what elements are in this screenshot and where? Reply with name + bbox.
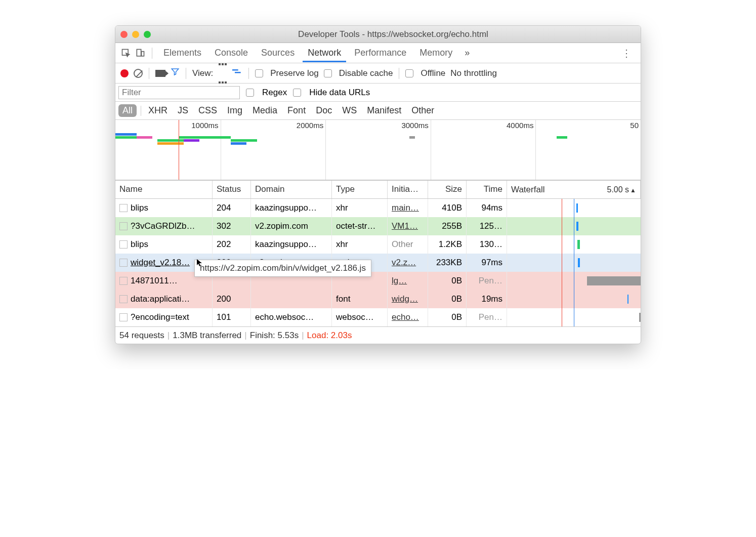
timeline-overview[interactable]: 1000ms2000ms3000ms4000ms50	[115, 120, 641, 181]
titlebar: Developer Tools - https://websocket.org/…	[115, 26, 641, 43]
table-row[interactable]: blips202kaazingsuppo…xhrOther1.2KB130…	[115, 235, 641, 254]
divider	[186, 68, 186, 79]
request-initiator[interactable]: main…	[392, 203, 419, 213]
svg-rect-1	[137, 49, 141, 56]
type-filter-manifest[interactable]: Manifest	[364, 104, 404, 117]
request-size: 0B	[428, 308, 467, 326]
filter-input[interactable]	[118, 86, 240, 99]
tab-memory[interactable]: Memory	[414, 44, 457, 62]
request-initiator[interactable]: v2.z…	[392, 258, 416, 268]
close-window-button[interactable]	[120, 31, 128, 38]
request-type: font	[332, 290, 388, 308]
request-time: 94ms	[467, 199, 507, 217]
request-domain: kaazingsuppo…	[251, 235, 332, 254]
request-domain: echo.websoc…	[251, 308, 332, 326]
divider	[399, 68, 399, 79]
tab-console[interactable]: Console	[209, 44, 253, 62]
type-filter-img[interactable]: Img	[224, 104, 245, 117]
col-header-type[interactable]: Type	[332, 181, 388, 198]
request-time: 97ms	[467, 254, 507, 272]
record-button[interactable]	[120, 69, 129, 77]
tab-network[interactable]: Network	[303, 44, 346, 62]
tab-sources[interactable]: Sources	[256, 44, 300, 62]
request-time: 130…	[467, 235, 507, 254]
screenshot-icon[interactable]	[155, 70, 165, 77]
request-name: 14871011…	[131, 276, 178, 286]
request-waterfall	[507, 308, 641, 326]
col-header-name[interactable]: Name	[115, 181, 213, 198]
type-filter-css[interactable]: CSS	[195, 104, 220, 117]
traffic-lights	[120, 31, 151, 38]
window-title: Developer Tools - https://websocket.org/…	[151, 29, 636, 39]
table-row[interactable]: ?encoding=text101echo.websoc…websoc…echo…	[115, 308, 641, 326]
type-filter-all[interactable]: All	[118, 104, 137, 117]
preserve-log-checkbox[interactable]	[255, 69, 263, 77]
table-row[interactable]: ?3vCaGRDlZb…302v2.zopim.comoctet-str…VM1…	[115, 217, 641, 235]
col-header-waterfall[interactable]: Waterfall 5.00 s▲	[507, 181, 641, 198]
tab-elements[interactable]: Elements	[158, 44, 206, 62]
request-time: Pen…	[467, 308, 507, 326]
type-filter-other[interactable]: Other	[408, 104, 437, 117]
tab-performance[interactable]: Performance	[349, 44, 411, 62]
inspect-element-icon[interactable]	[120, 48, 132, 59]
request-waterfall	[507, 235, 641, 254]
offline-checkbox[interactable]	[405, 69, 413, 77]
type-filter-font[interactable]: Font	[284, 104, 309, 117]
preserve-log-label: Preserve log	[270, 68, 318, 78]
status-requests: 54 requests	[119, 331, 164, 341]
more-tabs-icon[interactable]: »	[460, 48, 474, 58]
file-icon	[119, 204, 128, 212]
status-transferred: 1.3MB transferred	[173, 331, 241, 341]
request-size: 0B	[428, 290, 467, 308]
col-header-size[interactable]: Size	[428, 181, 467, 198]
file-icon	[119, 222, 128, 230]
view-waterfall-icon[interactable]	[232, 68, 242, 78]
maximize-window-button[interactable]	[144, 31, 151, 38]
file-icon	[119, 277, 128, 285]
request-name: blips	[131, 239, 148, 250]
regex-label: Regex	[262, 88, 287, 98]
request-size: 410B	[428, 199, 467, 217]
url-tooltip: https://v2.zopim.com/bin/v/widget_v2.186…	[194, 260, 371, 277]
col-header-time[interactable]: Time	[467, 181, 507, 198]
throttling-select[interactable]: No throttling	[450, 68, 497, 78]
disable-cache-checkbox[interactable]	[324, 69, 332, 77]
type-filter-doc[interactable]: Doc	[313, 104, 335, 117]
request-initiator[interactable]: Other	[392, 239, 413, 250]
request-size: 255B	[428, 217, 467, 235]
minimize-window-button[interactable]	[132, 31, 139, 38]
request-time: 125…	[467, 217, 507, 235]
request-status: 202	[213, 235, 251, 254]
type-filter-js[interactable]: JS	[175, 104, 191, 117]
request-initiator[interactable]: echo…	[392, 312, 419, 322]
regex-checkbox[interactable]	[246, 89, 254, 97]
col-header-status[interactable]: Status	[213, 181, 251, 198]
request-initiator[interactable]: VM1…	[392, 221, 418, 231]
status-finish: Finish: 5.53s	[250, 331, 299, 341]
settings-menu-icon[interactable]: ⋮	[617, 47, 636, 59]
divider	[141, 106, 141, 116]
hide-data-urls-checkbox[interactable]	[293, 89, 301, 97]
request-initiator[interactable]: lg…	[392, 276, 407, 286]
col-header-initiator[interactable]: Initia…	[388, 181, 428, 198]
request-domain	[251, 290, 332, 308]
request-status: 101	[213, 308, 251, 326]
request-initiator[interactable]: widg…	[392, 294, 418, 304]
clear-button[interactable]	[134, 69, 143, 78]
request-size: 0B	[428, 272, 467, 290]
col-header-domain[interactable]: Domain	[251, 181, 332, 198]
request-waterfall	[507, 272, 641, 290]
type-filter-ws[interactable]: WS	[339, 104, 360, 117]
request-name: blips	[131, 203, 148, 213]
request-name: data:applicati…	[131, 294, 190, 304]
filter-icon[interactable]	[171, 67, 180, 79]
table-row[interactable]: data:applicati…200fontwidg…0B19ms	[115, 290, 641, 308]
type-filter-bar: All XHR JS CSS Img Media Font Doc WS Man…	[115, 102, 641, 120]
file-icon	[119, 240, 128, 249]
table-row[interactable]: blips204kaazingsuppo…xhrmain…410B94ms	[115, 199, 641, 217]
sort-arrow-icon: ▲	[630, 187, 636, 194]
type-filter-media[interactable]: Media	[249, 104, 280, 117]
divider	[152, 48, 152, 59]
device-toolbar-icon[interactable]	[135, 48, 146, 59]
type-filter-xhr[interactable]: XHR	[145, 104, 171, 117]
